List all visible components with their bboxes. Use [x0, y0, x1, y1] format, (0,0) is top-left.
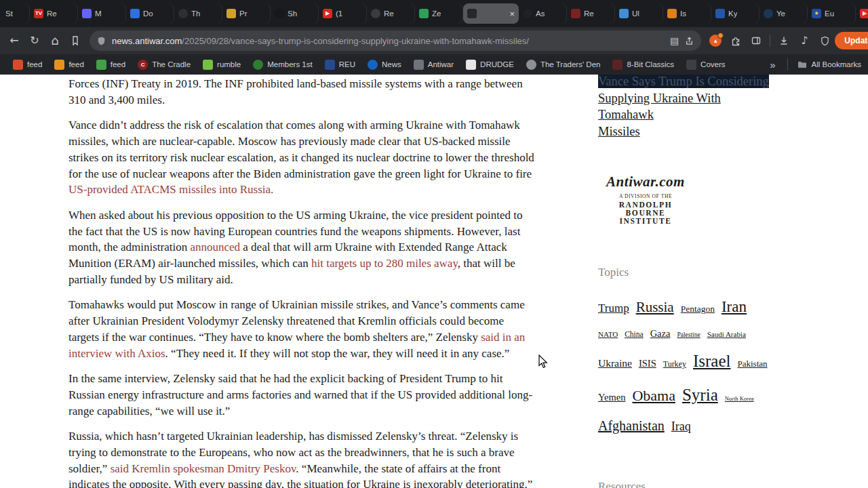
topic-link[interactable]: Iraq — [671, 420, 691, 433]
site-favicon — [419, 9, 429, 18]
tab[interactable]: ▶(1 — [856, 3, 868, 24]
bookmark-item[interactable]: REU — [319, 56, 361, 73]
topic-link[interactable]: ISIS — [639, 358, 656, 369]
bookmark-item[interactable]: feed — [48, 56, 90, 73]
tab[interactable]: St — [1, 3, 30, 24]
bookmark-item[interactable]: The Traders' Den — [520, 56, 607, 73]
bookmark-item[interactable]: Antiwar — [408, 56, 460, 73]
vpn-button[interactable] — [814, 30, 835, 51]
brave-rewards-button[interactable]: ▲ — [705, 30, 726, 51]
tab[interactable]: Re — [567, 3, 615, 24]
tab-title: Pr — [239, 9, 248, 18]
topic-link[interactable]: Gaza — [650, 328, 671, 339]
topic-link[interactable]: Yemen — [598, 392, 625, 403]
topic-link[interactable]: Turkey — [663, 359, 686, 369]
bookmark-favicon — [96, 60, 106, 70]
article-link[interactable]: US-provided ATACMS missiles into Russia. — [68, 183, 273, 196]
logo-org-line1: RANDOLPH BOURNE — [598, 201, 693, 217]
bookmark-item[interactable]: rumble — [197, 56, 247, 73]
tab-bar: StTVReMDoThPrSh▶(1ReZe×AsReUlIsKyYe★Eu▶(… — [0, 0, 868, 27]
topic-link[interactable]: Ukraine — [598, 357, 632, 369]
sidebar-article-title-link[interactable]: Vance Says Trump Is Considering Supplyin… — [598, 75, 777, 140]
tab[interactable]: Ky — [711, 3, 760, 24]
topic-link[interactable]: NATO — [598, 330, 618, 338]
article-body: Forces (INF) Treaty in 2019. The INF pro… — [68, 76, 536, 488]
bookmark-item[interactable]: Covers — [680, 56, 731, 73]
tab-title: Sh — [288, 9, 297, 18]
topic-link[interactable]: Palestine — [677, 331, 700, 338]
topic-link[interactable]: Russia — [636, 299, 674, 315]
topic-link[interactable]: Saudi Arabia — [707, 330, 746, 338]
all-bookmarks-folder[interactable]: All Bookmarks — [797, 59, 862, 70]
reader-mode-icon[interactable]: ▤ — [670, 36, 679, 45]
tab[interactable]: TVRe — [30, 3, 78, 24]
antiwar-logo[interactable]: Antiwar.com A DIVISION OF THE RANDOLPH B… — [598, 174, 693, 225]
tab[interactable]: Th — [174, 3, 222, 24]
sidebar-toggle-button[interactable] — [746, 30, 766, 51]
tab[interactable]: Ul — [615, 3, 663, 24]
bookmark-item[interactable]: 8-Bit Classics — [606, 56, 680, 73]
tab[interactable]: Ye — [760, 3, 808, 24]
tab-active[interactable]: × — [463, 3, 519, 24]
article-paragraph: Russia, which hasn’t targeted Ukrainian … — [68, 428, 536, 488]
reload-icon: ↻ — [30, 35, 39, 46]
back-button[interactable]: ← — [4, 30, 24, 51]
tab-title: Ky — [728, 9, 737, 18]
bookmark-item[interactable]: News — [361, 56, 408, 73]
site-favicon — [371, 9, 380, 18]
bookmark-item[interactable]: CThe Cradle — [132, 56, 197, 73]
selected-title-text: Vance Says Trump Is Considering — [598, 75, 769, 88]
bookmark-label: feed — [68, 60, 83, 68]
site-favicon — [667, 9, 677, 18]
topic-link[interactable]: North Korea — [725, 395, 754, 402]
bookmarks-overflow-button[interactable]: » — [767, 59, 778, 70]
url-text: news.antiwar.com/2025/09/28/vance-says-t… — [112, 36, 665, 46]
topic-link[interactable]: Pakistan — [737, 359, 767, 369]
extensions-button[interactable] — [726, 30, 746, 51]
tab[interactable]: Do — [126, 3, 174, 24]
bookmark-item[interactable]: Members 1st — [247, 56, 318, 73]
article-link[interactable]: hit targets up to 280 miles away — [311, 257, 458, 270]
bookmark-page-button[interactable] — [65, 30, 85, 51]
topic-link[interactable]: Iran — [722, 298, 747, 315]
tab[interactable]: Is — [663, 3, 711, 24]
topics-tag-cloud: Trump Russia Pentagon Iran NATO China Ga… — [598, 291, 777, 439]
bookmark-item[interactable]: feed — [90, 56, 132, 73]
bookmark-item[interactable]: feed — [7, 56, 48, 73]
tab[interactable]: M — [78, 3, 126, 24]
address-bar[interactable]: news.antiwar.com/2025/09/28/vance-says-t… — [90, 30, 701, 51]
article-link[interactable]: said in an interview with Axios — [68, 331, 525, 360]
tab[interactable]: ★Eu — [808, 3, 856, 24]
shields-icon — [96, 36, 106, 46]
tab[interactable]: Ze — [415, 3, 463, 24]
tv-site-favicon: TV — [34, 9, 43, 18]
article-link[interactable]: said Kremlin spokesman Dmitry Peskov — [111, 462, 296, 475]
topic-link[interactable]: Pentagon — [681, 304, 715, 314]
tab-title: As — [536, 9, 545, 18]
topic-link[interactable]: Afghanistan — [598, 418, 665, 433]
tab-list: StTVReMDoThPrSh▶(1ReZe×AsReUlIsKyYe★Eu▶(… — [0, 0, 868, 27]
share-icon[interactable] — [684, 36, 694, 46]
update-button[interactable]: Update — [835, 32, 868, 49]
topic-link[interactable]: Trump — [598, 302, 629, 314]
tab-close-icon[interactable]: × — [509, 9, 515, 19]
site-favicon — [82, 9, 92, 18]
article-link[interactable]: announced — [190, 241, 240, 253]
topic-link[interactable]: Israel — [693, 352, 731, 370]
reload-button[interactable]: ↻ — [24, 30, 45, 51]
bookmark-item[interactable]: DRUDGE — [460, 56, 520, 73]
tab[interactable]: Sh — [271, 3, 319, 24]
tab[interactable]: Pr — [222, 3, 271, 24]
site-favicon — [130, 9, 140, 18]
media-playing-button[interactable]: ♪ — [794, 30, 814, 51]
topic-link[interactable]: Obama — [632, 387, 675, 404]
home-button[interactable]: ⌂ — [45, 30, 65, 51]
topic-link[interactable]: China — [625, 330, 643, 338]
title-line: Supplying Ukraine With Tomahawk — [598, 90, 777, 123]
tab[interactable]: ▶(1 — [319, 3, 367, 24]
tab[interactable]: Re — [367, 3, 415, 24]
downloads-button[interactable] — [774, 30, 794, 51]
tab[interactable]: As — [519, 3, 567, 24]
toolbar-divider — [770, 35, 770, 47]
topic-link[interactable]: Syria — [682, 386, 718, 404]
